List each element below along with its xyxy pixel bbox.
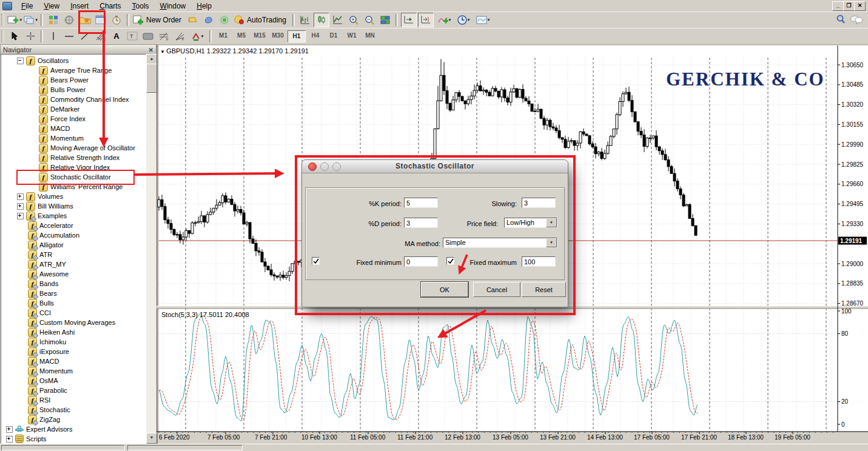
tree-item-bears-power[interactable]: fBears Power <box>1 75 146 85</box>
timeframe-h4-button[interactable]: H4 <box>307 30 324 41</box>
deposit-button[interactable] <box>186 13 200 27</box>
periods-button[interactable]: ▾ <box>454 13 473 27</box>
navigator-close-icon[interactable]: ✕ <box>149 47 153 53</box>
tree-item-scripts[interactable]: Scripts <box>1 434 146 444</box>
fibo-fan-button[interactable]: F <box>172 30 187 43</box>
tree-item-bill-williams[interactable]: fBill Williams <box>1 201 146 211</box>
menu-view[interactable]: View <box>38 1 65 12</box>
chart-bars-button[interactable] <box>298 13 312 27</box>
menu-tools[interactable]: Tools <box>127 1 155 12</box>
timeframe-m1-button[interactable]: M1 <box>215 30 232 41</box>
tree-item-expert-advisors[interactable]: Expert Advisors <box>1 424 146 434</box>
tree-item-macd[interactable]: fMACD <box>1 124 146 133</box>
search-icon[interactable] <box>833 13 848 26</box>
arrows-button[interactable]: ▾ <box>188 30 206 43</box>
cursor-button[interactable] <box>7 30 22 43</box>
tree-item-demarker[interactable]: fDeMarker <box>1 104 146 114</box>
signals-button[interactable] <box>217 13 232 27</box>
window-minimize-button[interactable]: _ <box>832 1 844 11</box>
fibo-retracement-button[interactable]: F <box>156 30 171 43</box>
text-button[interactable]: A <box>109 30 124 43</box>
tree-item-zigzag[interactable]: fZigZag <box>1 415 146 424</box>
expand-icon[interactable] <box>17 203 24 210</box>
timeframe-h1-button[interactable]: H1 <box>288 30 306 42</box>
time-scale[interactable] <box>159 432 838 443</box>
toolbar-grip[interactable] <box>1 30 4 42</box>
tree-item-examples[interactable]: fExamples <box>1 211 146 221</box>
chart-line-button[interactable] <box>331 13 345 27</box>
tree-item-iexposure[interactable]: fiExposure <box>1 347 146 356</box>
toolbar-grip[interactable] <box>1 14 4 26</box>
new-order-icon[interactable] <box>132 13 144 27</box>
scroll-thumb[interactable] <box>146 64 157 93</box>
tree-item-bands[interactable]: fBands <box>1 279 146 289</box>
tree-item-commodity-channel-index[interactable]: fCommodity Channel Index <box>1 95 146 104</box>
tree-item-parabolic[interactable]: fParabolic <box>1 386 146 395</box>
tree-item-bears[interactable]: fBears <box>1 289 146 298</box>
scroll-down-icon[interactable]: ▼ <box>146 433 157 444</box>
auto-scroll-button[interactable] <box>401 13 417 27</box>
timeframe-d1-button[interactable]: D1 <box>325 30 342 41</box>
rectangle-shape-button[interactable] <box>141 30 155 43</box>
new-chart-button[interactable]: ▾ <box>7 13 22 27</box>
expand-icon[interactable] <box>6 426 13 433</box>
new-order-button[interactable]: New Order <box>146 16 181 24</box>
chart-candles-button[interactable] <box>314 13 329 27</box>
horizontal-line-button[interactable] <box>62 30 76 43</box>
navigator-scrollbar[interactable]: ▲ ▼ <box>146 54 156 444</box>
data-window-button[interactable] <box>62 13 76 27</box>
tree-item-awesome[interactable]: fAwesome <box>1 269 146 279</box>
tree-item-osma[interactable]: fOsMA <box>1 376 146 386</box>
tree-item-accumulation[interactable]: fAccumulation <box>1 230 146 240</box>
menu-charts[interactable]: Charts <box>94 1 126 12</box>
autotrading-button[interactable]: AutoTrading <box>247 16 286 24</box>
strategy-tester-button[interactable] <box>109 13 124 27</box>
chart-header[interactable]: ▼ GBPUSD,H1 1.29322 1.29342 1.29170 1.29… <box>160 47 309 55</box>
templates-button[interactable]: ▾ <box>474 13 492 27</box>
timeframe-mn-button[interactable]: MN <box>362 30 378 41</box>
expand-icon[interactable] <box>6 436 13 443</box>
tree-item-average-true-range[interactable]: fAverage True Range <box>1 65 146 75</box>
text-label-button[interactable]: T <box>125 30 140 43</box>
chat-icon[interactable] <box>849 13 864 26</box>
tree-item-heiken-ashi[interactable]: fHeiken Ashi <box>1 327 146 337</box>
vertical-line-button[interactable] <box>46 30 61 43</box>
menu-file[interactable]: File <box>16 1 38 12</box>
market-watch-button[interactable] <box>46 13 61 27</box>
add-indicator-button[interactable]: ▾ <box>435 13 453 27</box>
chart-collapse-icon[interactable]: ▼ <box>160 49 166 55</box>
tree-item-oscillators[interactable]: fOscillators <box>1 56 146 65</box>
tree-item-macd[interactable]: fMACD <box>1 356 146 366</box>
timeframe-m30-button[interactable]: M30 <box>269 30 286 41</box>
chart-shift-button[interactable] <box>418 13 434 27</box>
tree-item-alligator[interactable]: fAlligator <box>1 240 146 250</box>
zoom-in-button[interactable] <box>346 13 361 27</box>
menu-help[interactable]: Help <box>191 1 217 12</box>
tree-item-force-index[interactable]: fForce Index <box>1 114 146 124</box>
tree-item-cci[interactable]: fCCI <box>1 308 146 318</box>
menu-insert[interactable]: Insert <box>65 1 94 12</box>
tree-item-rsi[interactable]: fRSI <box>1 395 146 405</box>
tree-item-relative-strength-index[interactable]: fRelative Strength Index <box>1 153 146 162</box>
timeframe-m5-button[interactable]: M5 <box>233 30 250 41</box>
tree-item-momentum[interactable]: fMomentum <box>1 366 146 376</box>
tile-windows-button[interactable] <box>378 13 392 27</box>
tree-item-ichimoku[interactable]: fIchimoku <box>1 337 146 347</box>
crosshair-button[interactable] <box>23 30 38 43</box>
timeframe-w1-button[interactable]: W1 <box>343 30 360 41</box>
menu-window[interactable]: Window <box>155 1 192 12</box>
tree-item-bulls[interactable]: fBulls <box>1 298 146 308</box>
price-scale[interactable] <box>838 45 868 432</box>
expand-icon[interactable] <box>17 213 24 219</box>
timeframe-m15-button[interactable]: M15 <box>251 30 268 41</box>
expand-icon[interactable] <box>17 193 24 200</box>
window-close-button[interactable]: ✕ <box>854 1 866 11</box>
tree-item-volumes[interactable]: fVolumes <box>1 192 146 201</box>
profiles-button[interactable]: ▾ <box>23 13 38 27</box>
tree-item-stochastic[interactable]: fStochastic <box>1 405 146 415</box>
tree-item-accelerator[interactable]: fAccelerator <box>1 221 146 230</box>
mql5-community-button[interactable] <box>201 13 216 27</box>
window-restore-button[interactable]: ❐ <box>843 1 855 11</box>
tree-item-atr[interactable]: fATR <box>1 250 146 259</box>
tree-item-moving-average-of-oscillator[interactable]: fMoving Average of Oscillator <box>1 143 146 153</box>
